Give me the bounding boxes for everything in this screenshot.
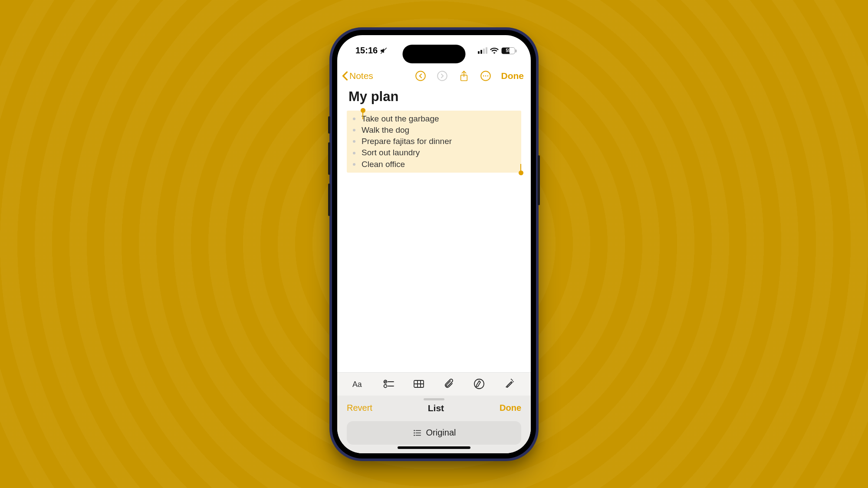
power-button: [538, 155, 540, 205]
text-style-icon: Aa: [352, 379, 365, 389]
svg-text:Aa: Aa: [352, 380, 362, 389]
writing-tools-icon: [504, 378, 515, 390]
redo-button: [436, 70, 448, 82]
phone-screen: 15:16: [337, 35, 531, 453]
list-item[interactable]: Walk the dog: [347, 124, 521, 136]
note-title[interactable]: My plan: [349, 89, 519, 105]
list-item[interactable]: Take out the garbage: [347, 113, 521, 124]
status-time: 15:16: [355, 46, 378, 56]
checklist-button[interactable]: [380, 375, 398, 393]
checklist-icon: [383, 379, 395, 389]
list-panel: Revert List Done Original: [337, 396, 531, 453]
svg-point-20: [414, 432, 415, 433]
list-item-text: Take out the garbage: [362, 114, 439, 124]
svg-point-7: [487, 75, 488, 76]
home-indicator[interactable]: [398, 446, 470, 449]
bullet-list[interactable]: Take out the garbage Walk the dog Prepar…: [347, 113, 521, 170]
more-button[interactable]: [480, 70, 492, 82]
text-selection-highlight[interactable]: Take out the garbage Walk the dog Prepar…: [347, 111, 521, 173]
note-content[interactable]: My plan Take out the garbage Walk the do…: [337, 85, 531, 372]
back-button[interactable]: Notes: [342, 71, 373, 81]
list-item[interactable]: Prepare fajitas for dinner: [347, 136, 521, 147]
svg-point-6: [485, 75, 486, 76]
mute-switch: [328, 116, 330, 134]
redo-icon: [437, 70, 448, 82]
undo-button[interactable]: [414, 70, 427, 82]
phone-frame: 15:16: [329, 27, 539, 461]
svg-point-2: [437, 71, 447, 81]
volume-up-button: [328, 142, 330, 175]
cellular-signal-icon: [478, 47, 487, 54]
original-button[interactable]: Original: [347, 421, 521, 445]
dynamic-island: [403, 45, 466, 63]
original-button-label: Original: [426, 428, 456, 438]
share-button[interactable]: [458, 70, 470, 82]
svg-point-1: [416, 71, 425, 81]
volume-down-button: [328, 183, 330, 216]
list-item-text: Clean office: [362, 159, 405, 170]
undo-icon: [415, 70, 426, 82]
panel-title: List: [428, 403, 444, 413]
list-item[interactable]: Clean office: [347, 159, 521, 170]
panel-done-button[interactable]: Done: [500, 403, 521, 413]
chevron-left-icon: [342, 71, 349, 81]
writing-tools-button[interactable]: [501, 375, 518, 393]
text-style-button[interactable]: Aa: [350, 375, 367, 393]
svg-point-5: [483, 75, 484, 76]
back-label: Notes: [349, 71, 373, 81]
format-toolbar: Aa: [337, 372, 531, 396]
revert-button[interactable]: Revert: [347, 403, 372, 413]
battery-percent: 59: [502, 48, 515, 54]
attachment-button[interactable]: [441, 375, 458, 393]
silent-mode-icon: [380, 47, 388, 55]
done-button[interactable]: Done: [501, 71, 524, 81]
share-icon: [459, 70, 469, 82]
battery-icon: 59: [501, 47, 515, 54]
selection-end-handle[interactable]: [519, 170, 523, 175]
svg-point-18: [414, 430, 415, 431]
pen-circle-icon: [473, 378, 485, 390]
paperclip-icon: [444, 378, 454, 390]
list-item[interactable]: Sort out laundry: [347, 147, 521, 158]
list-item-text: Sort out laundry: [362, 147, 420, 158]
table-button[interactable]: [410, 375, 427, 393]
markup-button[interactable]: [470, 375, 488, 393]
list-item-text: Walk the dog: [362, 125, 409, 135]
wifi-icon: [490, 47, 499, 54]
svg-point-11: [384, 385, 387, 388]
list-bullet-icon: [412, 428, 422, 438]
navigation-bar: Notes: [337, 66, 531, 85]
table-icon: [413, 379, 424, 389]
selection-start-handle[interactable]: [361, 108, 365, 113]
list-item-text: Prepare fajitas for dinner: [362, 136, 452, 147]
svg-point-22: [414, 435, 415, 436]
ellipsis-circle-icon: [480, 70, 491, 82]
